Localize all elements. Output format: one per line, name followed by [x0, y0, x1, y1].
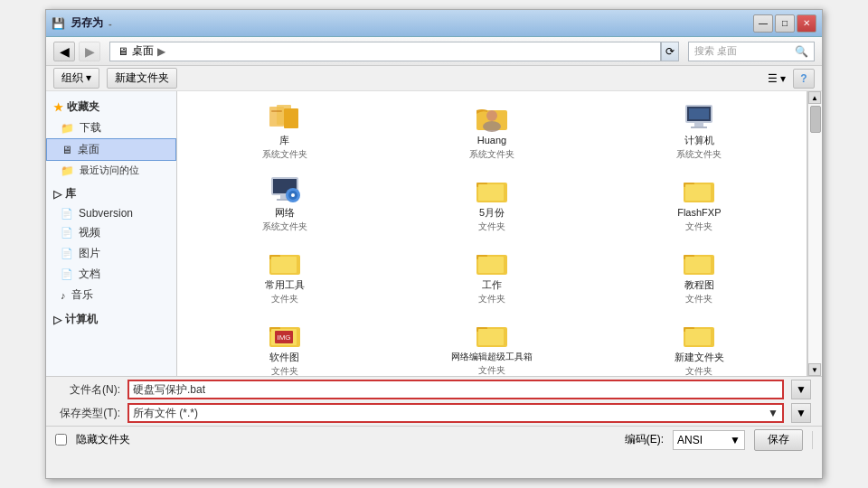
library-expand-icon: ▷: [53, 188, 61, 201]
computer-file-name: 计算机: [684, 135, 714, 146]
documents-label: 文档: [79, 267, 100, 282]
sidebar-item-documents[interactable]: 📄 文档: [46, 264, 176, 285]
svg-rect-27: [271, 257, 297, 273]
divider: [812, 431, 813, 449]
file-item-computer[interactable]: 计算机 系统文件夹: [596, 95, 803, 167]
new-folder-button[interactable]: 新建文件夹: [107, 68, 177, 89]
sidebar-header-computer: ▷ 计算机: [46, 309, 176, 330]
downloads-folder-icon: 📁: [61, 122, 74, 135]
search-icon: 🔍: [795, 45, 808, 58]
library-file-icon: [267, 100, 303, 133]
svg-rect-24: [685, 184, 711, 201]
file-item-may[interactable]: 5月份 文件夹: [388, 167, 595, 239]
library-file-subname: 系统文件夹: [262, 148, 307, 161]
encoding-value: ANSI: [677, 434, 703, 446]
sidebar-item-desktop[interactable]: 🖥 桌面: [46, 138, 176, 161]
svg-rect-21: [478, 184, 504, 201]
new-folder-label: 新建文件夹: [115, 70, 169, 86]
sidebar-header-favorites: ★ 收藏夹: [46, 97, 176, 117]
svg-rect-41: [478, 329, 504, 345]
file-item-huang[interactable]: Huang 系统文件夹: [388, 95, 595, 167]
new-folder-file-icon: [681, 317, 717, 350]
close-button[interactable]: ✕: [797, 14, 816, 33]
svg-rect-44: [685, 329, 711, 345]
flashfxp-file-name: FlashFXP: [677, 207, 721, 219]
software-img-file-name: 软件图: [269, 352, 299, 363]
sidebar-section-computer: ▷ 计算机: [46, 309, 176, 330]
may-file-icon: [474, 173, 510, 205]
computer-label: 计算机: [65, 312, 98, 327]
dialog-title-extra: -: [108, 18, 112, 29]
svg-rect-3: [271, 110, 282, 112]
file-item-net-editor[interactable]: 网络编辑超级工具箱 文件夹: [388, 312, 595, 376]
maximize-button[interactable]: □: [775, 14, 795, 33]
file-item-software-img[interactable]: IMG 软件图 文件夹: [181, 312, 388, 376]
view-icon: ☰ ▾: [768, 72, 786, 85]
work-file-icon: [474, 245, 510, 277]
net-editor-file-name: 网络编辑超级工具箱: [451, 352, 533, 362]
sidebar-item-recent[interactable]: 📁 最近访问的位: [46, 161, 176, 180]
file-area: 库 系统文件夹 Huang 系统文件夹: [177, 91, 822, 376]
dialog-title: 另存为: [71, 15, 103, 31]
svg-text:IMG: IMG: [277, 333, 290, 342]
svg-point-18: [291, 193, 295, 197]
encoding-select[interactable]: ANSI ▼: [673, 430, 745, 450]
computer-file-subname: 系统文件夹: [676, 148, 722, 161]
huang-file-subname: 系统文件夹: [469, 148, 514, 161]
hide-folders-checkbox[interactable]: [55, 434, 67, 446]
file-item-library[interactable]: 库 系统文件夹: [181, 95, 388, 167]
may-file-name: 5月份: [479, 207, 505, 219]
scroll-thumb[interactable]: [810, 106, 821, 133]
organize-button[interactable]: 组织 ▾: [53, 68, 99, 89]
encoding-dropdown-icon: ▼: [730, 434, 741, 446]
save-dialog: 💾 另存为 - — □ ✕ ◀ ▶ 🖥 桌面 ▶ ⟳ 搜索 桌面 🔍: [45, 9, 823, 479]
computer-file-icon: [681, 100, 717, 133]
sidebar-section-favorites: ★ 收藏夹 📁 下载 🖥 桌面 📁 最近访问的位: [46, 97, 176, 180]
library-file-name: 库: [279, 135, 289, 146]
desktop-folder-icon: 🖥: [61, 144, 72, 156]
scroll-up-button[interactable]: ▲: [808, 91, 821, 104]
software-img-file-icon: IMG: [267, 317, 303, 350]
flashfxp-file-subname: 文件夹: [685, 221, 712, 233]
file-item-flashfxp[interactable]: FlashFXP 文件夹: [596, 167, 803, 239]
file-item-network[interactable]: 网络 系统文件夹: [181, 167, 388, 239]
view-button[interactable]: ☰ ▾: [768, 72, 786, 85]
sidebar-item-music[interactable]: ♪ 音乐: [46, 285, 176, 305]
tutorial-file-icon: [681, 245, 717, 277]
tutorial-file-name: 教程图: [684, 279, 714, 291]
filetype-select[interactable]: 所有文件 (*.*) ▼: [127, 403, 784, 423]
file-item-work[interactable]: 工作 文件夹: [388, 239, 595, 312]
minimize-button[interactable]: —: [753, 14, 773, 33]
refresh-button[interactable]: ⟳: [661, 42, 679, 61]
common-tools-file-subname: 文件夹: [271, 293, 298, 305]
net-editor-file-icon: [474, 317, 510, 350]
sidebar-item-pictures[interactable]: 📄 图片: [46, 243, 176, 264]
svg-rect-10: [691, 127, 707, 128]
filename-dropdown[interactable]: ▼: [791, 380, 811, 399]
help-button[interactable]: ?: [793, 69, 815, 89]
common-tools-file-name: 常用工具: [265, 279, 305, 291]
sidebar-item-videos[interactable]: 📄 视频: [46, 222, 176, 243]
library-label: 库: [65, 186, 76, 202]
save-button[interactable]: 保存: [754, 429, 803, 451]
file-item-common-tools[interactable]: 常用工具 文件夹: [181, 239, 388, 312]
refresh-icon: ⟳: [665, 45, 675, 58]
forward-button[interactable]: ▶: [79, 42, 100, 61]
filename-label: 文件名(N):: [57, 382, 120, 398]
search-box[interactable]: 搜索 桌面 🔍: [688, 42, 815, 61]
file-item-tutorial[interactable]: 教程图 文件夹: [596, 239, 803, 312]
scroll-down-button[interactable]: ▼: [808, 363, 821, 376]
sidebar-header-library: ▷ 库: [46, 183, 176, 204]
vertical-scrollbar[interactable]: ▲ ▼: [807, 91, 822, 376]
svg-rect-33: [685, 257, 711, 273]
new-folder-file-name: 新建文件夹: [675, 352, 724, 363]
star-icon: ★: [53, 101, 63, 114]
filename-input[interactable]: [127, 380, 784, 399]
recent-label: 最近访问的位: [80, 164, 139, 177]
title-bar: 💾 另存为 - — □ ✕: [46, 10, 822, 37]
file-item-new-folder[interactable]: 新建文件夹 文件夹: [596, 312, 803, 376]
sidebar-item-downloads[interactable]: 📁 下载: [46, 117, 176, 138]
filetype-dropdown[interactable]: ▼: [791, 403, 811, 423]
sidebar-item-subversion[interactable]: 📄 Subversion: [46, 204, 176, 222]
back-button[interactable]: ◀: [53, 42, 75, 61]
